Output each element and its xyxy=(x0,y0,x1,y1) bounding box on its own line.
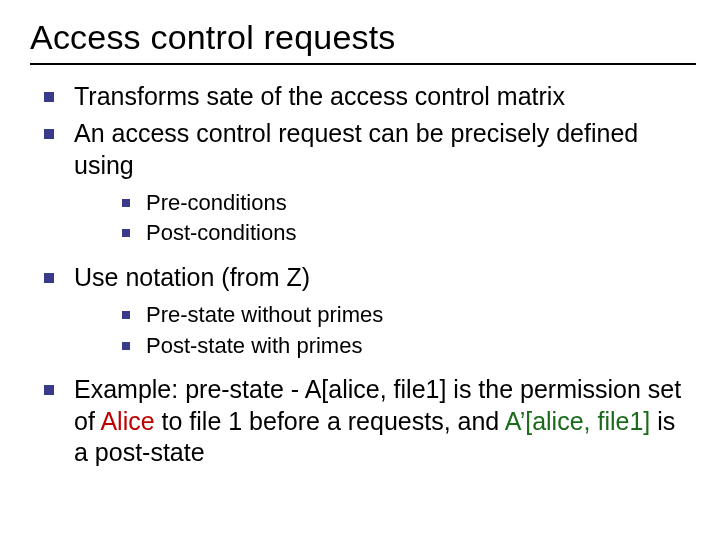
list-item: Pre-conditions xyxy=(118,189,696,218)
bullet-text: An access control request can be precise… xyxy=(74,119,638,178)
bullet-text-part: to file 1 before a requests, and xyxy=(155,407,505,435)
bullet-text: Post-conditions xyxy=(146,220,296,245)
sub-bullet-list: Pre-state without primes Post-state with… xyxy=(74,301,696,360)
slide-title: Access control requests xyxy=(30,18,696,65)
bullet-text: Pre-conditions xyxy=(146,190,287,215)
bullet-text: Pre-state without primes xyxy=(146,302,383,327)
highlight-aprime: A’[alice, file1] xyxy=(505,407,650,435)
list-item: Transforms sate of the access control ma… xyxy=(36,81,696,112)
list-item: Post-state with primes xyxy=(118,332,696,361)
list-item: Pre-state without primes xyxy=(118,301,696,330)
list-item: Example: pre-state - A[alice, file1] is … xyxy=(36,374,696,468)
bullet-list: Transforms sate of the access control ma… xyxy=(30,81,696,468)
list-item: Post-conditions xyxy=(118,219,696,248)
highlight-alice: Alice xyxy=(100,407,154,435)
slide: Access control requests Transforms sate … xyxy=(0,0,720,540)
bullet-text: Transforms sate of the access control ma… xyxy=(74,82,565,110)
bullet-text: Post-state with primes xyxy=(146,333,362,358)
bullet-text: Use notation (from Z) xyxy=(74,263,310,291)
list-item: Use notation (from Z) Pre-state without … xyxy=(36,262,696,360)
sub-bullet-list: Pre-conditions Post-conditions xyxy=(74,189,696,248)
list-item: An access control request can be precise… xyxy=(36,118,696,248)
